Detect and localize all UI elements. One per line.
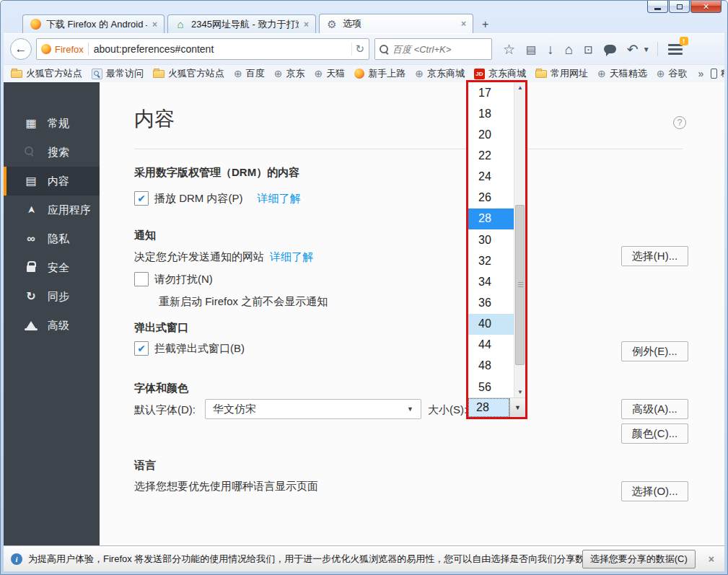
bookmark-item[interactable]: ⊕京东商城 (415, 67, 465, 80)
chevron-down-icon[interactable]: ▼ (643, 45, 650, 53)
drm-row: ✔ 播放 DRM 内容(P) 详细了解 (134, 191, 301, 206)
tab-options-active[interactable]: ⚙ 选项 × (319, 14, 473, 33)
jd-icon: JD (474, 69, 485, 79)
scroll-up-icon[interactable]: ▲ (514, 82, 525, 93)
main-area: ▦常规 搜索 ▤内容 ➤应用程序 ∞隐私 安全 ↻同步 高级 内容 ? 采用数字… (4, 82, 724, 545)
back-button[interactable]: ← (10, 38, 32, 60)
drm-checkbox[interactable]: ✔ (134, 191, 149, 206)
menu-button[interactable]: ! (668, 42, 684, 57)
reload-icon[interactable]: ↻ (351, 43, 364, 56)
bookmarks-panel-icon[interactable]: ▤ (526, 44, 536, 55)
undo-icon[interactable]: ↶ (627, 43, 639, 56)
choose-shared-data-button[interactable]: 选择您要分享的数据(C) (582, 550, 696, 569)
fonts-advanced-button[interactable]: 高级(A)... (621, 399, 688, 419)
popup-block-checkbox[interactable]: ✔ (134, 341, 149, 356)
sidebar-item-privacy[interactable]: ∞隐私 (4, 224, 100, 253)
colors-button[interactable]: 颜色(C)... (621, 423, 688, 444)
bookmark-most-visited[interactable]: 最常访问 (92, 67, 144, 80)
most-visited-icon (92, 69, 102, 79)
bookmark-item[interactable]: ⊕京东 (274, 67, 305, 80)
telemetry-notification-bar: i 为提高用户体验，Firefox 将发送部分功能的使用情况给我们，用于进一步优… (4, 545, 724, 571)
tab-label: 下载 Firefox 的 Android 与 (46, 18, 147, 31)
folder-icon (153, 70, 165, 78)
bookmark-mobile[interactable]: 移动版书签 (711, 67, 724, 80)
bookmark-item[interactable]: ⊕天猫精选 (597, 67, 647, 80)
notifications-desc: 决定您允许发送通知的网站 (134, 250, 264, 264)
help-button[interactable]: ? (673, 116, 686, 129)
tab-close-icon[interactable]: × (304, 19, 309, 30)
bookmark-item[interactable]: 新手上路 (354, 67, 405, 80)
bookmark-folder[interactable]: 常用网址 (535, 67, 588, 80)
scrollbar-thumb[interactable] (515, 205, 525, 365)
tab-close-icon[interactable]: × (461, 19, 466, 29)
sidebar-item-general[interactable]: ▦常规 (4, 109, 100, 138)
lock-icon (24, 261, 38, 274)
popups-heading: 弹出式窗口 (134, 321, 188, 335)
url-text[interactable]: about:preferences#content (94, 43, 352, 55)
bookmark-item[interactable]: ⊕谷歌 (657, 67, 688, 80)
drm-checkbox-label[interactable]: 播放 DRM 内容(P) (154, 192, 243, 206)
firefox-window: ✕ 下载 Firefox 的 Android 与 × ⌂ 2345网址导航 - … (0, 0, 728, 575)
scroll-down-icon[interactable]: ▼ (514, 387, 525, 398)
content-pane: 内容 ? 采用数字版权管理（DRM）的内容 ✔ 播放 DRM 内容(P) 详细了… (100, 82, 724, 545)
tab-firefox-android[interactable]: 下载 Firefox 的 Android 与 × (22, 14, 165, 33)
popup-exceptions-button[interactable]: 例外(E)... (621, 341, 688, 361)
search-bar[interactable] (374, 38, 492, 60)
firefox-favicon-icon (30, 19, 41, 30)
tab-close-icon[interactable]: × (152, 19, 157, 30)
sidebar-item-sync[interactable]: ↻同步 (4, 282, 100, 311)
downloads-icon[interactable]: ↓ (547, 43, 554, 56)
alert-badge: ! (680, 37, 688, 45)
minimize-button[interactable] (647, 1, 668, 13)
notifications-desc-row: 决定您允许发送通知的网站 详细了解 (134, 250, 313, 264)
divider (134, 149, 683, 149)
notifications-learn-more-link[interactable]: 详细了解 (270, 250, 313, 264)
sidebar-item-advanced[interactable]: 高级 (4, 311, 100, 340)
globe-icon: ⊕ (415, 69, 424, 79)
font-size-combobox: 28 ▼ (468, 398, 525, 417)
popup-block-label[interactable]: 拦截弹出式窗口(B) (154, 342, 245, 356)
sidebar-item-security[interactable]: 安全 (4, 253, 100, 282)
font-size-value[interactable]: 28 (468, 398, 509, 417)
search-icon (24, 146, 38, 158)
bookmark-item[interactable]: ⊕天猫 (314, 67, 345, 80)
bookmarks-overflow-chevron[interactable]: » (698, 68, 703, 79)
firefox-identity-icon (41, 44, 51, 54)
sidebar-item-applications[interactable]: ➤应用程序 (4, 196, 100, 224)
close-button[interactable]: ✕ (690, 1, 722, 13)
tab-2345-nav[interactable]: ⌂ 2345网址导航 - 致力于打造 × (167, 14, 316, 33)
divider (657, 42, 658, 56)
dropdown-scrollbar[interactable]: ▲ ▼ (514, 82, 525, 398)
sidebar-item-search[interactable]: 搜索 (4, 138, 100, 167)
language-desc: 选择您想要优先使用哪种语言显示页面 (134, 480, 318, 493)
bookmark-star-icon[interactable]: ☆ (503, 43, 515, 56)
bookmark-folder[interactable]: 火狐官方站点 (11, 67, 82, 80)
language-choose-button[interactable]: 选择(O)... (621, 481, 688, 501)
search-input[interactable] (392, 44, 487, 55)
home-icon[interactable]: ⌂ (565, 43, 573, 56)
close-icon[interactable]: × (709, 553, 714, 565)
minimize-icon (654, 8, 661, 10)
sidebar-item-content[interactable]: ▤内容 (4, 167, 100, 196)
tab-bar: 下载 Firefox 的 Android 与 × ⌂ 2345网址导航 - 致力… (4, 14, 724, 33)
maximize-button[interactable] (669, 1, 690, 13)
bookmark-item[interactable]: ⊕百度 (234, 67, 265, 80)
bookmark-folder[interactable]: 火狐官方站点 (153, 67, 224, 80)
combobox-arrow-button[interactable]: ▼ (509, 398, 525, 417)
dnd-label[interactable]: 请勿打扰(N) (154, 273, 213, 286)
notifications-choose-button[interactable]: 选择(H)... (621, 246, 688, 266)
chevron-down-icon: ▼ (407, 405, 413, 413)
dnd-checkbox[interactable] (134, 272, 149, 286)
drm-learn-more-link[interactable]: 详细了解 (258, 192, 301, 206)
default-font-label: 默认字体(D): (134, 403, 196, 417)
bookmark-jd[interactable]: JD京东商城 (474, 67, 526, 80)
page-title: 内容 (134, 105, 175, 133)
new-tab-button[interactable]: + (476, 18, 494, 33)
check-icon: ✔ (137, 193, 146, 204)
language-heading: 语言 (134, 459, 156, 473)
default-font-select[interactable]: 华文仿宋 ▼ (205, 399, 421, 419)
font-size-option-list: 17 18 20 22 24 26 28 30 32 34 36 40 44 4… (468, 82, 525, 398)
screenshot-crop-icon[interactable]: ⊡ (584, 44, 593, 55)
url-bar[interactable]: Firefox about:preferences#content ↻ (36, 38, 369, 60)
chat-bubble-icon[interactable] (604, 45, 616, 53)
